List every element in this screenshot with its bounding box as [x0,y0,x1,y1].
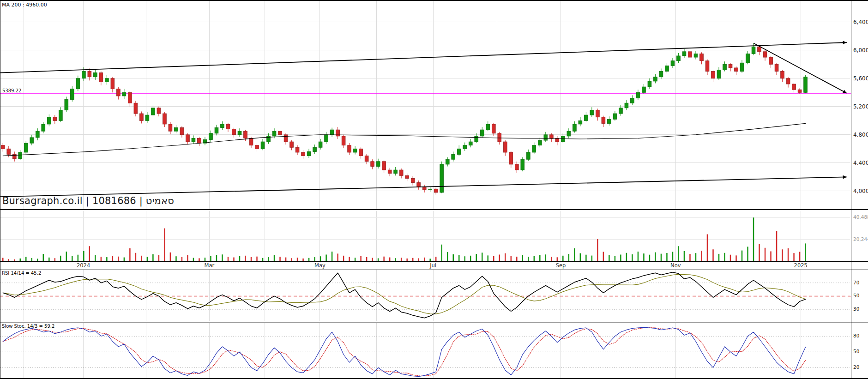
rsi-tick-label: 30 [853,306,859,312]
price-tick-label: 6,400 [853,19,868,25]
candle [584,115,588,120]
volume-bar [534,256,535,261]
candle [278,131,282,135]
volume-bar [516,257,518,261]
volume-bar [464,256,465,261]
price-tick-label: 4,400 [853,160,868,166]
candle [642,87,646,92]
volume-bar [452,254,454,261]
trendline-arrowhead [843,41,847,45]
rsi-tick-label: 50 [853,293,859,298]
candle [7,149,11,154]
volume-bar [672,252,674,261]
volume-bar [476,254,477,261]
candle [521,159,524,170]
candle [422,187,426,190]
candle [169,124,172,131]
candle [665,66,669,71]
candle [244,131,247,138]
candle [65,100,68,110]
candle [1,145,5,149]
candle [24,143,28,152]
volume-bar [355,258,356,261]
candle [625,103,628,108]
candle [549,135,553,138]
volume-bar [545,254,547,261]
volume-bar [568,254,570,261]
volume-bar [279,257,281,261]
candle [394,170,398,174]
volume-bar [297,258,298,261]
trendlines [0,41,847,197]
volume-bar [412,258,414,261]
volume-bar [759,244,760,261]
volume-bar [447,252,448,261]
candle [376,162,380,167]
date-axis-label: May [314,262,326,269]
candle [175,128,178,132]
volume-bar [389,258,391,261]
volume-bar [216,255,217,261]
candle [325,135,328,142]
watermark: Bursagraph.co.il | 1081686 | סאמיט [2,196,174,206]
volume-bar [730,255,731,261]
volume-bar [741,251,743,261]
volume-bar [256,257,258,261]
candle [475,136,478,142]
volume-bar [158,255,160,261]
volume-bar [470,256,471,261]
candle [763,52,767,57]
volume-bar [360,256,362,261]
volume-bar [701,251,702,261]
volume-bar [458,255,460,261]
candle [631,98,634,103]
volume-bar [666,253,668,261]
indicator-reference-lines [0,283,851,368]
candle [116,89,120,96]
candle [457,149,461,154]
candle [613,114,617,119]
volume-bar [406,259,408,261]
candle [180,128,184,135]
bursagraph-chart-page: 4,0004,4004,8005,2005,6006,0006,40020,24… [0,0,868,379]
candle [786,78,790,84]
candle [526,152,530,159]
volume-bar [129,248,131,261]
candle [567,131,571,136]
volume-bar [291,258,292,261]
trendline [0,177,847,197]
candle [140,114,144,120]
volume-bar [343,256,344,261]
rsi-lines [3,272,805,318]
volume-bar [401,258,402,261]
candle [82,72,85,78]
trendline [0,42,847,73]
candle [371,162,374,167]
volume-bar [164,229,165,261]
volume-bar [735,255,737,261]
volume-bar [776,231,778,261]
candle [405,175,409,178]
candle [492,124,495,133]
candle [186,135,190,142]
volume-bar [31,258,33,261]
volume-bar [395,258,396,261]
price-tick-label: 5,200 [853,103,868,110]
volume-bar [20,259,21,261]
volume-bar [620,254,621,261]
volume-bar [366,257,368,261]
price-tick-label: 4,000 [853,188,868,194]
candle [705,61,709,72]
candle [53,117,57,121]
stoch-tick-label: 50 [853,349,859,354]
rsi-tick-label: 70 [853,280,859,285]
candle [209,133,213,140]
chart-canvas[interactable]: 4,0004,4004,8005,2005,6006,0006,40020,24… [0,0,868,379]
volume-bar [661,254,662,261]
candle [151,108,155,115]
candle [157,108,161,114]
date-axis-label: 2025 [794,262,808,269]
volume-bar [539,255,541,261]
ma200-indicator-label: MA 200 : 4960.00 [2,2,47,8]
candle [677,56,681,61]
